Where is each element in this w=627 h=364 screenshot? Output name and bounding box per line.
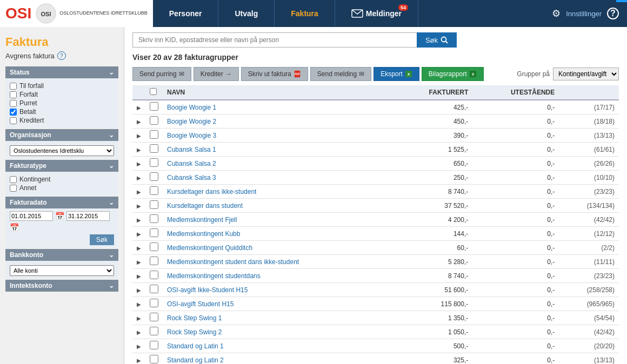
row-checkbox-input-14[interactable]: [150, 299, 158, 307]
bankkonto-select[interactable]: Alle konti: [10, 265, 114, 276]
fakturatype-annet-checkbox[interactable]: [10, 185, 17, 192]
expand-icon-14[interactable]: ▶: [137, 301, 141, 307]
row-expand-12[interactable]: ▶: [132, 269, 145, 283]
expand-icon-3[interactable]: ▶: [137, 147, 141, 153]
expand-icon-6[interactable]: ▶: [137, 189, 141, 195]
expand-icon-11[interactable]: ▶: [137, 259, 141, 265]
row-expand-7[interactable]: ▶: [132, 199, 145, 213]
nav-faktura[interactable]: Faktura: [275, 0, 335, 27]
row-expand-18[interactable]: ▶: [132, 353, 145, 365]
send-melding-button[interactable]: Send melding ✉: [310, 67, 371, 81]
expand-icon-5[interactable]: ▶: [137, 175, 141, 181]
row-checkbox-18[interactable]: [145, 353, 163, 365]
row-expand-17[interactable]: ▶: [132, 339, 145, 353]
expand-icon-18[interactable]: ▶: [137, 358, 141, 363]
expand-icon-17[interactable]: ▶: [137, 343, 141, 349]
row-checkbox-2[interactable]: [145, 129, 163, 143]
settings-icon[interactable]: ⚙: [552, 8, 561, 19]
skriv-ut-button[interactable]: Skriv ut faktura PDF: [241, 67, 308, 81]
row-checkbox-1[interactable]: [145, 114, 163, 129]
row-checkbox-input-6[interactable]: [150, 186, 158, 195]
expand-icon-9[interactable]: ▶: [137, 231, 141, 237]
organisasjon-select[interactable]: Oslostudentenes Idrettsklu: [10, 145, 114, 156]
row-name-1[interactable]: Boogie Woogie 2: [163, 114, 394, 129]
row-checkbox-11[interactable]: [145, 255, 163, 269]
row-expand-11[interactable]: ▶: [132, 255, 145, 269]
filter-bankkonto-header[interactable]: Bankkonto ⌄: [5, 249, 118, 261]
row-checkbox-input-11[interactable]: [150, 257, 158, 265]
expand-icon-2[interactable]: ▶: [137, 133, 141, 139]
expand-icon-4[interactable]: ▶: [137, 161, 141, 167]
sidebar-help-icon[interactable]: ?: [57, 51, 66, 60]
filter-fakturatype-header[interactable]: Fakturatype ⌄: [5, 160, 118, 172]
filter-inntektskonto-header[interactable]: Inntektskonto ⌄: [5, 280, 118, 292]
date-from-input[interactable]: [10, 211, 53, 221]
date-from-calendar-icon[interactable]: 📅: [55, 212, 64, 220]
row-checkbox-0[interactable]: [145, 100, 163, 114]
row-expand-14[interactable]: ▶: [132, 297, 145, 311]
row-name-14[interactable]: OSI-avgift Student H15: [163, 297, 394, 311]
row-checkbox-input-5[interactable]: [150, 172, 158, 181]
row-checkbox-input-16[interactable]: [150, 327, 158, 335]
row-expand-9[interactable]: ▶: [132, 227, 145, 241]
filter-fakturadato-header[interactable]: Fakturadato ⌄: [5, 197, 118, 208]
row-checkbox-input-18[interactable]: [150, 355, 158, 363]
row-name-12[interactable]: Medlemskontingent studentdans: [163, 269, 394, 283]
row-checkbox-17[interactable]: [145, 339, 163, 353]
row-checkbox-input-3[interactable]: [150, 144, 158, 153]
select-all-checkbox[interactable]: [150, 88, 157, 95]
row-checkbox-10[interactable]: [145, 241, 163, 255]
row-expand-0[interactable]: ▶: [132, 100, 145, 114]
expand-icon-16[interactable]: ▶: [137, 329, 141, 335]
row-name-0[interactable]: Boogie Woogie 1: [163, 100, 394, 114]
row-expand-6[interactable]: ▶: [132, 185, 145, 199]
row-name-18[interactable]: Standard og Latin 2: [163, 353, 394, 365]
search-input[interactable]: [132, 32, 417, 48]
row-expand-3[interactable]: ▶: [132, 143, 145, 157]
expand-icon-15[interactable]: ▶: [137, 315, 141, 321]
status-forfalt-checkbox[interactable]: [10, 91, 17, 98]
row-checkbox-input-7[interactable]: [150, 200, 158, 209]
row-checkbox-4[interactable]: [145, 157, 163, 171]
nav-personer[interactable]: Personer: [153, 0, 219, 27]
row-checkbox-input-1[interactable]: [150, 116, 158, 125]
status-purret-checkbox[interactable]: [10, 100, 17, 107]
eksport-button[interactable]: Eksport X: [373, 67, 419, 81]
row-checkbox-14[interactable]: [145, 297, 163, 311]
search-button[interactable]: Søk: [417, 32, 457, 48]
row-expand-16[interactable]: ▶: [132, 325, 145, 339]
row-checkbox-input-0[interactable]: [150, 102, 158, 111]
row-name-9[interactable]: Medlemskontingent Kubb: [163, 227, 394, 241]
row-expand-13[interactable]: ▶: [132, 283, 145, 297]
row-name-15[interactable]: Rock Step Swing 1: [163, 311, 394, 325]
group-by-select[interactable]: Kontingent/avgift: [553, 68, 619, 80]
row-checkbox-input-9[interactable]: [150, 228, 158, 237]
row-checkbox-input-10[interactable]: [150, 242, 158, 251]
row-checkbox-input-17[interactable]: [150, 341, 158, 349]
date-to-input[interactable]: [66, 211, 110, 221]
settings-link[interactable]: Innstillinger: [566, 10, 602, 18]
expand-icon-0[interactable]: ▶: [137, 105, 141, 111]
row-name-7[interactable]: Kursdeltager dans student: [163, 199, 394, 213]
nav-utvalg[interactable]: Utvalg: [218, 0, 275, 27]
row-checkbox-input-2[interactable]: [150, 130, 158, 139]
row-checkbox-13[interactable]: [145, 283, 163, 297]
row-expand-1[interactable]: ▶: [132, 114, 145, 129]
row-name-4[interactable]: Cubansk Salsa 2: [163, 157, 394, 171]
expand-icon-7[interactable]: ▶: [137, 203, 141, 209]
row-expand-2[interactable]: ▶: [132, 129, 145, 143]
row-checkbox-9[interactable]: [145, 227, 163, 241]
row-name-16[interactable]: Rock Step Swing 2: [163, 325, 394, 339]
filter-organisasjon-header[interactable]: Organisasjon ⌄: [5, 129, 118, 141]
status-betalt-checkbox[interactable]: [10, 109, 17, 116]
row-expand-5[interactable]: ▶: [132, 171, 145, 185]
row-name-10[interactable]: Medlemskontingent Quidditch: [163, 241, 394, 255]
row-name-13[interactable]: OSI-avgift Ikke-Student H15: [163, 283, 394, 297]
date-to-calendar-icon[interactable]: 📅: [10, 223, 19, 232]
row-name-5[interactable]: Cubansk Salsa 3: [163, 171, 394, 185]
row-checkbox-15[interactable]: [145, 311, 163, 325]
row-checkbox-3[interactable]: [145, 143, 163, 157]
row-checkbox-12[interactable]: [145, 269, 163, 283]
row-checkbox-5[interactable]: [145, 171, 163, 185]
row-checkbox-8[interactable]: [145, 213, 163, 227]
